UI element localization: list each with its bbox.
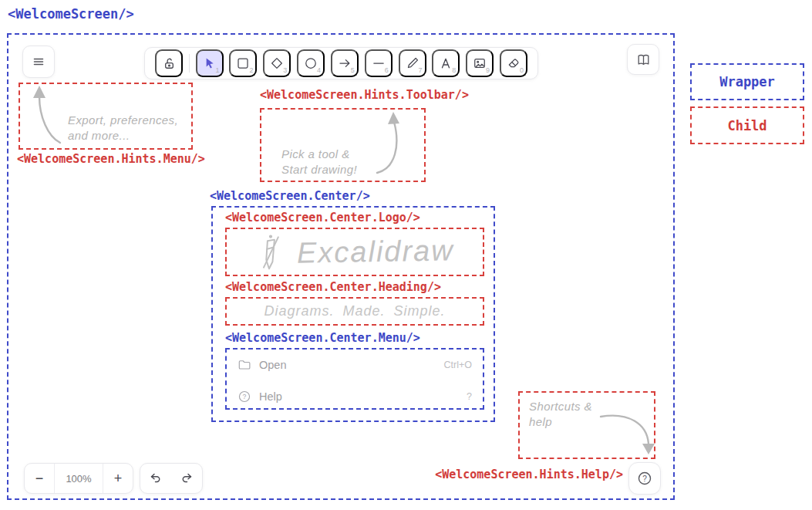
tool-line[interactable]: 6 bbox=[365, 49, 393, 77]
tool-shortcut-number: 1 bbox=[216, 66, 220, 74]
menu-item-shortcut: ? bbox=[467, 391, 472, 402]
zoom-out-button[interactable]: − bbox=[25, 464, 54, 493]
menu-item-help[interactable]: ? Help ? bbox=[238, 387, 472, 407]
svg-text:?: ? bbox=[243, 393, 247, 400]
tool-shortcut-number: 0 bbox=[520, 66, 524, 74]
hint-menu-line2: and more... bbox=[68, 128, 178, 144]
menu-item-label: Open bbox=[259, 359, 444, 371]
tool-arrow[interactable]: 5 bbox=[331, 49, 359, 77]
redo-button[interactable] bbox=[171, 464, 202, 493]
center-menu-frame: Open Ctrl+O ? Help ? bbox=[225, 348, 484, 410]
tool-ellipse[interactable]: 4 bbox=[297, 49, 325, 77]
center-heading-text: Diagrams. Made. Simple. bbox=[227, 299, 483, 324]
lock-tool-button[interactable] bbox=[155, 49, 183, 77]
legend-child-label: Child bbox=[727, 118, 767, 133]
center-label: <WelcomeScreen.Center/> bbox=[210, 189, 370, 203]
hint-arrow-down-icon bbox=[593, 407, 656, 459]
hamburger-icon bbox=[30, 53, 47, 70]
undo-button[interactable] bbox=[140, 464, 171, 493]
tool-shortcut-number: 4 bbox=[317, 66, 321, 74]
help-button[interactable]: ? bbox=[628, 462, 661, 495]
zoom-controls: − 100% + bbox=[24, 463, 133, 494]
excalidraw-pencil-icon bbox=[255, 231, 286, 273]
redo-icon bbox=[179, 471, 194, 486]
menu-item-label: Help bbox=[259, 390, 467, 403]
center-heading-label: <WelcomeScreen.Center.Heading/> bbox=[225, 280, 441, 294]
menu-item-open[interactable]: Open Ctrl+O bbox=[238, 355, 472, 375]
hints-toolbar-child-box: Pick a tool & Start drawing! bbox=[260, 108, 426, 182]
book-icon bbox=[635, 52, 652, 68]
question-circle-icon: ? bbox=[636, 470, 653, 487]
undo-icon bbox=[148, 471, 163, 486]
tool-text[interactable]: 8 bbox=[432, 49, 460, 77]
center-logo-label: <WelcomeScreen.Center.Logo/> bbox=[225, 211, 420, 225]
tool-shortcut-number: 5 bbox=[351, 66, 355, 74]
excalidraw-logo-text: Excalidraw bbox=[297, 234, 454, 270]
legend-wrapper-box: Wrapper bbox=[690, 63, 804, 100]
tool-shortcut-number: 8 bbox=[452, 66, 456, 74]
hint-help-line2: help bbox=[529, 414, 592, 430]
tool-diamond[interactable]: 3 bbox=[263, 49, 291, 77]
hints-help-child-box: Shortcuts & help bbox=[518, 391, 655, 459]
menu-item-shortcut: Ctrl+O bbox=[444, 360, 472, 370]
welcomescreen-wrapper-frame: 1 2 3 4 bbox=[7, 33, 675, 500]
hints-toolbar-label: <WelcomeScreen.Hints.Toolbar/> bbox=[260, 88, 469, 102]
welcomescreen-root-label: <WelcomeScreen/> bbox=[8, 6, 134, 22]
center-wrapper-frame: <WelcomeScreen.Center.Logo/> Excalidraw … bbox=[211, 206, 495, 422]
folder-icon bbox=[238, 358, 251, 372]
toolbar-island: 1 2 3 4 bbox=[144, 47, 538, 79]
history-controls bbox=[140, 463, 203, 494]
hints-menu-child-box: Export, preferences, and more... bbox=[19, 83, 193, 150]
question-circle-icon: ? bbox=[238, 390, 251, 404]
tool-shortcut-number: 2 bbox=[249, 66, 253, 74]
tool-shortcut-number: 6 bbox=[385, 66, 389, 74]
tool-shortcut-number: 3 bbox=[283, 66, 287, 74]
zoom-in-button[interactable]: + bbox=[103, 464, 133, 493]
toolbar-divider bbox=[189, 54, 190, 73]
tool-draw[interactable]: 7 bbox=[399, 49, 426, 77]
zoom-level[interactable]: 100% bbox=[54, 464, 103, 493]
hints-menu-label: <WelcomeScreen.Hints.Menu/> bbox=[17, 152, 205, 166]
center-menu-label: <WelcomeScreen.Center.Menu/> bbox=[225, 331, 420, 345]
hint-help-line1: Shortcuts & bbox=[529, 399, 592, 414]
tool-shortcut-number: 9 bbox=[486, 66, 490, 74]
center-heading-child-box: Diagrams. Made. Simple. bbox=[225, 297, 484, 326]
legend-wrapper-label: Wrapper bbox=[719, 74, 775, 90]
hint-toolbar-line2: Start drawing! bbox=[281, 162, 357, 177]
lock-open-icon bbox=[161, 56, 177, 72]
center-logo-child-box: Excalidraw bbox=[225, 228, 484, 276]
tool-eraser[interactable]: 0 bbox=[500, 49, 527, 77]
hamburger-menu-button[interactable] bbox=[22, 46, 55, 78]
excalidraw-logo: Excalidraw bbox=[227, 229, 483, 275]
hints-help-label: <WelcomeScreen.Hints.Help/> bbox=[427, 468, 623, 481]
svg-text:?: ? bbox=[642, 475, 647, 483]
tool-image[interactable]: 9 bbox=[466, 49, 494, 77]
tool-selection[interactable]: 1 bbox=[196, 49, 224, 77]
hint-arrow-up-icon bbox=[352, 110, 426, 182]
hint-toolbar-line1: Pick a tool & bbox=[281, 147, 357, 162]
hint-menu-line1: Export, preferences, bbox=[68, 113, 178, 128]
library-button[interactable] bbox=[627, 44, 659, 75]
legend-child-box: Child bbox=[690, 106, 804, 144]
tool-rectangle[interactable]: 2 bbox=[229, 49, 257, 77]
tool-shortcut-number: 7 bbox=[418, 66, 422, 74]
